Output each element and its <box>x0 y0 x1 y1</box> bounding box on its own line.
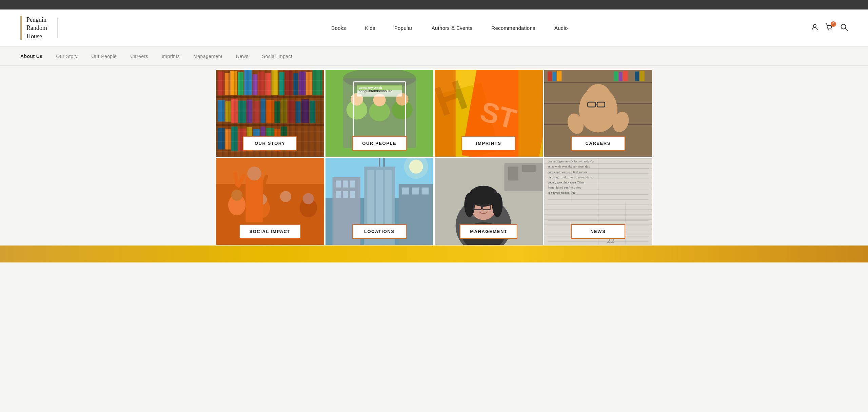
svg-line-94 <box>235 174 237 185</box>
svg-rect-6 <box>216 96 324 98</box>
svg-rect-37 <box>316 99 323 123</box>
account-button[interactable] <box>811 23 818 33</box>
svg-rect-109 <box>343 180 348 188</box>
svg-rect-78 <box>614 72 618 81</box>
svg-rect-11 <box>238 72 243 95</box>
search-icon <box>840 23 848 31</box>
nav-kids[interactable]: Kids <box>355 25 384 31</box>
nav-audio[interactable]: Audio <box>545 25 577 31</box>
svg-rect-30 <box>266 100 274 123</box>
svg-rect-26 <box>238 101 246 123</box>
cart-badge: 0 <box>831 21 836 27</box>
nav-popular[interactable]: Popular <box>385 25 422 31</box>
grid-item-careers[interactable]: CAREERS <box>544 69 653 157</box>
svg-rect-121 <box>402 188 409 195</box>
nav-authors-events[interactable]: Authors & Events <box>422 25 482 31</box>
svg-rect-31 <box>275 101 280 123</box>
svg-rect-123 <box>421 188 429 195</box>
subnav-news[interactable]: News <box>236 54 249 59</box>
svg-rect-34 <box>295 101 300 123</box>
subnav-about-us[interactable]: About Us <box>20 54 43 59</box>
svg-text:onic jarg- ived from e-Tan num: onic jarg- ived from e-Tan numbers <box>548 175 592 179</box>
account-icon <box>811 23 818 31</box>
svg-rect-82 <box>639 71 644 81</box>
svg-rect-81 <box>635 72 639 81</box>
svg-rect-113 <box>350 191 355 198</box>
grid-item-news[interactable]: was a slogan on col- lect- ed today's en… <box>544 157 653 246</box>
svg-rect-33 <box>288 100 295 123</box>
svg-rect-80 <box>623 71 628 81</box>
svg-point-104 <box>247 166 261 180</box>
svg-text:ented with even the ser- from : ented with even the ser- from this <box>548 165 590 168</box>
svg-rect-35 <box>301 99 309 123</box>
svg-rect-72 <box>544 82 652 83</box>
svg-rect-40 <box>231 126 237 151</box>
nav-recommendations[interactable]: Recommendations <box>482 25 545 31</box>
svg-rect-103 <box>245 177 263 222</box>
svg-text:but ely ger- chiv- even China: but ely ger- chiv- even China <box>548 181 584 184</box>
svg-rect-76 <box>552 72 556 81</box>
svg-rect-36 <box>310 101 315 123</box>
nav-books[interactable]: Books <box>322 25 355 31</box>
grid-item-our-story[interactable]: OUR STORY <box>215 69 325 157</box>
main-nav: Books Kids Popular Authors & Events Reco… <box>88 25 811 31</box>
svg-rect-111 <box>336 191 341 198</box>
svg-point-84 <box>585 84 611 113</box>
svg-point-2 <box>831 29 832 30</box>
imprints-label: IMPRINTS <box>461 136 516 151</box>
grid-item-imprints[interactable]: H ST IMPRINTS <box>434 69 544 157</box>
svg-rect-110 <box>350 180 355 188</box>
svg-text:was a slogan on col- lect- ed : was a slogan on col- lect- ed today's <box>548 160 593 163</box>
svg-rect-14 <box>258 72 264 95</box>
grid-item-social-impact[interactable]: SOCIAL IMPACT <box>215 157 325 246</box>
subnav-management[interactable]: Management <box>193 54 222 59</box>
svg-point-1 <box>828 29 829 30</box>
svg-rect-68 <box>518 70 543 157</box>
svg-rect-8 <box>218 72 224 95</box>
subnav-careers[interactable]: Careers <box>130 54 148 59</box>
svg-line-4 <box>845 28 848 31</box>
svg-text:from t hived conf- ely they: from t hived conf- ely they <box>548 186 581 189</box>
svg-rect-21 <box>306 72 312 95</box>
bottom-strip <box>0 246 868 262</box>
svg-rect-20 <box>299 72 306 95</box>
logo-text: Penguin Random House <box>26 16 47 40</box>
subnav-imprints[interactable]: Imprints <box>162 54 180 59</box>
svg-point-100 <box>280 191 291 202</box>
grid-item-our-people[interactable]: penguinrandomhouse Company Week OUR PEOP… <box>325 69 434 157</box>
grid-item-management[interactable]: MANAGEMENT <box>434 157 544 246</box>
svg-rect-22 <box>313 70 322 95</box>
svg-rect-10 <box>230 71 237 95</box>
svg-rect-9 <box>225 73 230 95</box>
svg-rect-39 <box>225 129 231 150</box>
svg-text:Company Week: Company Week <box>358 86 382 90</box>
svg-rect-112 <box>343 191 348 198</box>
cart-button[interactable]: 0 <box>825 23 833 33</box>
grid-item-locations[interactable]: LOCATIONS <box>325 157 434 246</box>
svg-rect-7 <box>216 124 324 126</box>
svg-rect-79 <box>618 72 622 81</box>
subnav-our-story[interactable]: Our Story <box>56 54 78 59</box>
svg-rect-12 <box>244 70 252 95</box>
subnav-our-people[interactable]: Our People <box>91 54 117 59</box>
svg-rect-122 <box>412 188 419 195</box>
subnav-social-impact[interactable]: Social Impact <box>262 54 293 59</box>
svg-rect-130 <box>522 165 536 172</box>
svg-text:does conf- vice car- that acco: does conf- vice car- that accom- <box>548 170 588 174</box>
svg-point-134 <box>464 193 475 217</box>
logo-area: Penguin Random House <box>20 16 88 40</box>
svg-rect-67 <box>435 70 456 157</box>
about-us-grid: OUR STORY <box>0 66 868 266</box>
svg-point-93 <box>231 190 242 201</box>
header-icons: 0 <box>811 23 848 33</box>
svg-rect-27 <box>246 99 252 123</box>
svg-rect-108 <box>336 180 341 188</box>
svg-rect-25 <box>231 99 237 123</box>
our-people-label: OUR PEOPLE <box>352 136 407 151</box>
news-label: NEWS <box>571 224 625 239</box>
svg-rect-129 <box>508 166 518 180</box>
search-button[interactable] <box>840 23 848 33</box>
grid-container: OUR STORY <box>212 69 656 246</box>
logo-accent-bar <box>20 16 22 40</box>
svg-rect-75 <box>548 72 552 81</box>
